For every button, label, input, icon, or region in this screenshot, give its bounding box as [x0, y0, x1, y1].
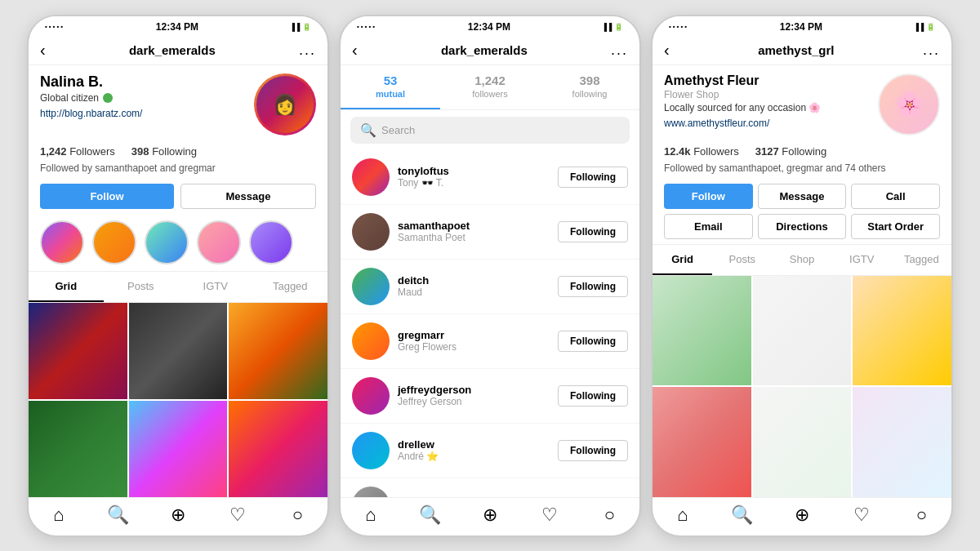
flower-image: 🌸	[894, 90, 924, 118]
follower-username-2[interactable]: samanthapoet	[398, 220, 550, 232]
following-button-1[interactable]: Following	[558, 167, 628, 188]
header-username-2: dark_emeralds	[441, 43, 528, 57]
story-highlight-1[interactable]	[40, 220, 84, 264]
following-button-4[interactable]: Following	[558, 331, 628, 352]
tab-posts[interactable]: Posts	[104, 272, 179, 302]
photo-4[interactable]	[29, 401, 127, 497]
tab-grid[interactable]: Grid	[29, 272, 104, 302]
business-avatar[interactable]: 🌸	[878, 73, 940, 136]
story-highlight-2[interactable]	[92, 220, 136, 264]
follower-item-4: gregmarr Greg Flowers Following	[341, 314, 639, 369]
follower-username-4[interactable]: gregmarr	[398, 329, 550, 341]
mutual-tab-following[interactable]: 398 following	[540, 65, 639, 109]
business-photo-6[interactable]	[853, 387, 951, 497]
nav-home-3[interactable]: ⌂	[653, 504, 712, 526]
business-link[interactable]: www.amethystfleur.com/	[664, 118, 769, 129]
business-photo-3[interactable]	[853, 276, 951, 386]
photo-6[interactable]	[229, 401, 327, 497]
more-options-button-2[interactable]: ...	[611, 42, 628, 59]
follower-username-3[interactable]: deitch	[398, 274, 550, 287]
follower-avatar-2[interactable]	[352, 213, 390, 251]
photo-1[interactable]	[29, 303, 127, 399]
business-start-order-button[interactable]: Start Order	[851, 214, 940, 239]
nav-profile-3[interactable]: ○	[892, 504, 951, 526]
message-button[interactable]: Message	[180, 184, 316, 209]
nav-search[interactable]: 🔍	[88, 504, 148, 526]
mutual-tab-followers[interactable]: 1,242 followers	[440, 65, 540, 109]
story-highlight-4[interactable]	[197, 220, 241, 264]
business-call-button[interactable]: Call	[851, 184, 940, 209]
back-button-2[interactable]: ‹	[352, 41, 358, 60]
more-options-button-3[interactable]: ...	[923, 42, 940, 59]
business-tab-tagged[interactable]: Tagged	[892, 245, 951, 275]
story-highlight-5[interactable]	[249, 220, 293, 264]
profile-link[interactable]: http://blog.nbaratz.com/	[40, 108, 142, 119]
business-directions-button[interactable]: Directions	[758, 214, 847, 239]
back-button-3[interactable]: ‹	[664, 41, 670, 60]
profile-bio: Global citizen	[40, 92, 246, 104]
nav-search-3[interactable]: 🔍	[712, 504, 772, 526]
business-message-button[interactable]: Message	[758, 184, 847, 209]
mutual-tabs: 53 mutual 1,242 followers 398 following	[341, 65, 639, 110]
nav-home-2[interactable]: ⌂	[341, 504, 400, 526]
business-photo-4[interactable]	[653, 387, 751, 497]
follower-item-2: samanthapoet Samantha Poet Following	[341, 205, 639, 260]
business-photo-2[interactable]	[753, 276, 852, 386]
more-options-button[interactable]: ...	[299, 42, 316, 59]
photo-3[interactable]	[229, 303, 327, 399]
nav-heart-2[interactable]: ♡	[520, 504, 580, 526]
profile-info-section: Nalina B. Global citizen http://blog.nba…	[29, 65, 327, 140]
nav-search-2[interactable]: 🔍	[400, 504, 460, 526]
follower-avatar-3[interactable]	[352, 268, 390, 305]
photo-2[interactable]	[129, 303, 228, 399]
nav-profile[interactable]: ○	[268, 504, 327, 526]
status-bar: ••••• 12:34 PM ▐▐ 🔋	[29, 16, 327, 36]
business-photo-5[interactable]	[753, 387, 852, 497]
tab-igtv[interactable]: IGTV	[178, 272, 253, 302]
following-button-6[interactable]: Following	[558, 440, 628, 461]
story-highlight-3[interactable]	[145, 220, 189, 264]
follower-username-1[interactable]: tonyloftus	[398, 165, 550, 177]
business-following-stat[interactable]: 3127 Following	[755, 145, 826, 158]
mutual-tab-mutual[interactable]: 53 mutual	[341, 65, 440, 109]
profile-avatar[interactable]: 👩	[254, 73, 316, 136]
follow-button[interactable]: Follow	[40, 184, 174, 209]
business-tab-posts[interactable]: Posts	[712, 245, 772, 275]
followers-stat[interactable]: 1,242 Followers	[40, 145, 115, 158]
nav-profile-2[interactable]: ○	[580, 504, 639, 526]
nav-add-2[interactable]: ⊕	[460, 504, 519, 526]
nav-add-3[interactable]: ⊕	[772, 504, 831, 526]
nav-heart[interactable]: ♡	[208, 504, 268, 526]
phone-followers-list: ••••• 12:34 PM ▐▐ 🔋 ‹ dark_emeralds ... …	[339, 15, 641, 537]
business-email-button[interactable]: Email	[664, 214, 753, 239]
follower-username-6[interactable]: drellew	[398, 438, 550, 451]
nav-heart-3[interactable]: ♡	[832, 504, 892, 526]
tab-tagged[interactable]: Tagged	[253, 272, 328, 302]
following-button-3[interactable]: Following	[558, 276, 628, 297]
business-follow-button[interactable]: Follow	[664, 184, 753, 209]
follower-avatar-1[interactable]	[352, 158, 390, 196]
photo-5[interactable]	[129, 401, 228, 497]
following-stat[interactable]: 398 Following	[131, 145, 197, 158]
follower-avatar-4[interactable]	[352, 322, 390, 360]
following-button-5[interactable]: Following	[558, 385, 628, 407]
follower-avatar-5[interactable]	[352, 377, 390, 415]
profile-header: ‹ dark_emeralds ...	[29, 36, 327, 65]
search-bar[interactable]: 🔍 Search	[350, 117, 630, 144]
follower-username-5[interactable]: jeffreydgerson	[398, 384, 550, 396]
clock-2: 12:34 PM	[468, 21, 510, 33]
action-buttons: Follow Message	[29, 179, 327, 214]
business-info-section: Amethyst Fleur Flower Shop Locally sourc…	[653, 65, 951, 140]
nav-add[interactable]: ⊕	[148, 504, 207, 526]
business-tab-igtv[interactable]: IGTV	[832, 245, 892, 275]
back-button[interactable]: ‹	[40, 41, 46, 60]
nav-home[interactable]: ⌂	[29, 504, 88, 526]
follower-info-4: gregmarr Greg Flowers	[398, 329, 550, 353]
business-photo-1[interactable]	[653, 276, 751, 386]
business-tab-shop[interactable]: Shop	[772, 245, 831, 275]
follower-avatar-6[interactable]	[352, 432, 390, 469]
following-button-2[interactable]: Following	[558, 221, 628, 242]
business-tab-grid[interactable]: Grid	[653, 245, 712, 275]
business-followers-stat[interactable]: 12.4k Followers	[664, 145, 739, 158]
follower-avatar-7[interactable]	[352, 487, 390, 497]
